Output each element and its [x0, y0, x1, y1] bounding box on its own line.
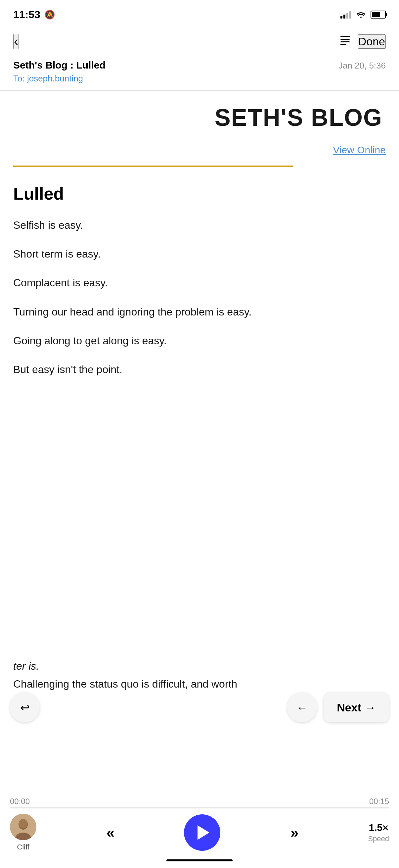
speed-value: 1.5×	[369, 822, 389, 833]
audio-timeline: 00:00 00:15	[10, 794, 389, 807]
email-subject-row: Seth's Blog : Lulled Jan 20, 5:36	[13, 60, 386, 71]
gold-divider	[13, 165, 293, 167]
nav-bar: ‹ Done	[0, 27, 399, 56]
audio-player: 00:00 00:15 Cliff « » 1.5× Speed	[0, 794, 399, 868]
avatar-name: Cliff	[17, 843, 29, 851]
article-title: Lulled	[13, 184, 386, 204]
play-icon	[198, 825, 209, 840]
status-icons	[340, 10, 386, 19]
skip-forward-button[interactable]: »	[291, 824, 298, 841]
next-arrow-icon: →	[365, 701, 376, 714]
email-subject: Seth's Blog : Lulled	[13, 60, 105, 71]
partial-normal-text: Challenging the status quo is difficult,…	[13, 676, 386, 692]
paragraph-6: But easy isn't the point.	[13, 361, 386, 378]
email-content: SETH'S BLOG View Online Lulled Selfish i…	[0, 91, 399, 463]
done-button[interactable]: Done	[358, 34, 386, 49]
audio-progress-bar[interactable]	[10, 807, 389, 808]
email-to[interactable]: To: joseph.bunting	[13, 73, 83, 84]
prev-arrow-icon: ←	[296, 701, 308, 714]
email-header: Seth's Blog : Lulled Jan 20, 5:36 To: jo…	[0, 56, 399, 91]
svg-rect-3	[340, 44, 346, 45]
home-indicator	[166, 859, 233, 861]
avatar	[10, 814, 36, 840]
mute-icon: 🔕	[44, 9, 55, 20]
status-bar: 11:53 🔕	[0, 0, 399, 27]
reply-icon: ↩	[20, 701, 29, 714]
svg-rect-2	[340, 41, 350, 42]
paragraph-3: Complacent is easy.	[13, 274, 386, 291]
svg-rect-1	[340, 39, 350, 40]
next-button[interactable]: Next →	[324, 692, 389, 722]
paragraph-2: Short term is easy.	[13, 246, 386, 262]
partial-italic-text: ter is.	[13, 660, 386, 672]
partial-text-area: ter is. Challenging the status quo is di…	[13, 660, 386, 692]
audio-time-start: 00:00	[10, 797, 30, 806]
status-time-area: 11:53 🔕	[13, 9, 55, 21]
overlay-controls: ↩ ← Next →	[0, 692, 399, 722]
status-time: 11:53	[13, 9, 40, 21]
wifi-icon	[356, 10, 366, 19]
back-button[interactable]: ‹	[13, 34, 19, 49]
avatar-container: Cliff	[10, 814, 36, 851]
blog-title: SETH'S BLOG	[13, 104, 386, 131]
paragraph-1: Selfish is easy.	[13, 217, 386, 234]
speed-label: Speed	[368, 835, 389, 843]
battery-icon	[370, 10, 386, 19]
skip-back-button[interactable]: «	[106, 824, 114, 841]
next-label: Next	[337, 701, 361, 714]
audio-time-end: 00:15	[369, 797, 389, 806]
view-online-container: View Online	[13, 144, 386, 156]
audio-controls: Cliff « » 1.5× Speed	[10, 810, 389, 855]
email-date: Jan 20, 5:36	[338, 61, 386, 71]
paragraph-4: Turning our head and ignoring the proble…	[13, 304, 386, 320]
nav-right-area: Done	[339, 34, 386, 49]
signal-icon	[340, 10, 352, 19]
svg-point-7	[19, 819, 28, 828]
list-icon[interactable]	[339, 34, 351, 49]
play-button[interactable]	[184, 814, 220, 851]
reply-button[interactable]: ↩	[10, 692, 40, 722]
paragraph-5: Going along to get along is easy.	[13, 332, 386, 349]
speed-container[interactable]: 1.5× Speed	[368, 822, 389, 843]
view-online-link[interactable]: View Online	[333, 144, 386, 155]
svg-rect-0	[340, 36, 350, 37]
prev-button[interactable]: ←	[287, 692, 317, 722]
